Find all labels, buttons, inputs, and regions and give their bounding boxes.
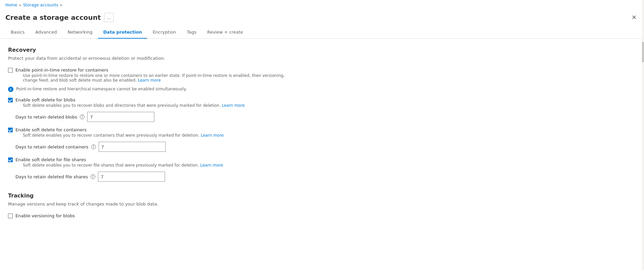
info-message-text: Point-in-time restore and hierarchical n… xyxy=(16,87,187,91)
soft-delete-file-shares-label: Enable soft delete for file shares xyxy=(15,157,223,162)
point-in-time-restore-label: Enable point-in-time restore for contain… xyxy=(15,68,294,73)
close-button[interactable]: ✕ xyxy=(629,13,639,22)
retain-blobs-input[interactable] xyxy=(87,112,154,122)
soft-delete-file-shares-desc: Soft delete enables you to recover file … xyxy=(23,163,223,168)
recovery-description: Protect your data from accidental or err… xyxy=(8,56,294,61)
tracking-section: Tracking Manage versions and keep track … xyxy=(8,192,294,218)
scroll-thumb[interactable] xyxy=(642,42,644,62)
retain-file-shares-row: Days to retain deleted file shares ? xyxy=(15,172,294,182)
breadcrumb-storage-accounts[interactable]: Storage accounts xyxy=(23,3,58,7)
soft-delete-containers-checkbox[interactable] xyxy=(8,128,13,132)
tab-encryption[interactable]: Encryption xyxy=(147,26,181,39)
retain-file-shares-help-icon[interactable]: ? xyxy=(91,174,95,179)
info-icon: i xyxy=(8,87,13,92)
enable-versioning-checkbox[interactable] xyxy=(8,214,13,218)
page-title: Create a storage account xyxy=(5,13,101,21)
breadcrumb-sep-2: > xyxy=(59,3,62,7)
soft-delete-blobs-learn-more[interactable]: Learn more xyxy=(222,103,245,108)
tab-data-protection[interactable]: Data protection xyxy=(98,26,147,39)
retain-blobs-row: Days to retain deleted blobs ? xyxy=(15,112,294,122)
tab-tags[interactable]: Tags xyxy=(181,26,202,39)
breadcrumb-home[interactable]: Home xyxy=(5,3,17,7)
enable-versioning-row: Enable versioning for blobs xyxy=(8,213,294,218)
scrollbar[interactable] xyxy=(642,0,644,270)
retain-containers-input[interactable] xyxy=(99,142,166,152)
tab-basics[interactable]: Basics xyxy=(5,26,30,39)
soft-delete-containers-label: Enable soft delete for containers xyxy=(15,127,224,132)
retain-containers-row: Days to retain deleted containers ? xyxy=(15,142,294,152)
tabs-bar: Basics Advanced Networking Data protecti… xyxy=(0,26,644,39)
retain-file-shares-input[interactable] xyxy=(98,172,165,182)
enable-versioning-label: Enable versioning for blobs xyxy=(15,213,75,218)
breadcrumb: Home > Storage accounts > xyxy=(0,0,644,10)
soft-delete-containers-learn-more[interactable]: Learn more xyxy=(201,133,224,138)
soft-delete-containers-desc: Soft delete enables you to recover conta… xyxy=(23,133,224,138)
retain-containers-label: Days to retain deleted containers xyxy=(15,144,89,149)
retain-file-shares-label: Days to retain deleted file shares xyxy=(15,174,88,179)
soft-delete-containers-section: Enable soft delete for containers Soft d… xyxy=(8,127,294,152)
point-in-time-restore-desc: Use point-in-time restore to restore one… xyxy=(23,73,294,83)
tab-advanced[interactable]: Advanced xyxy=(30,26,62,39)
ellipsis-button[interactable]: ... xyxy=(104,13,114,22)
page-title-row: Create a storage account ... xyxy=(5,13,114,22)
soft-delete-containers-row: Enable soft delete for containers Soft d… xyxy=(8,127,294,138)
soft-delete-blobs-checkbox[interactable] xyxy=(8,98,13,102)
point-in-time-restore-checkbox[interactable] xyxy=(8,68,13,73)
breadcrumb-sep-1: > xyxy=(18,3,21,7)
tab-networking[interactable]: Networking xyxy=(62,26,98,39)
soft-delete-file-shares-row: Enable soft delete for file shares Soft … xyxy=(8,157,294,168)
tracking-title: Tracking xyxy=(8,192,294,199)
tab-review-create[interactable]: Review + create xyxy=(202,26,249,39)
soft-delete-file-shares-section: Enable soft delete for file shares Soft … xyxy=(8,157,294,182)
recovery-section: Recovery Protect your data from accident… xyxy=(8,47,294,182)
page-header: Create a storage account ... ✕ xyxy=(0,10,644,26)
main-content: Recovery Protect your data from accident… xyxy=(0,39,302,230)
soft-delete-blobs-desc: Soft delete enables you to recover blobs… xyxy=(23,103,245,108)
retain-blobs-help-icon[interactable]: ? xyxy=(80,115,85,119)
point-in-time-restore-row: Enable point-in-time restore for contain… xyxy=(8,68,294,83)
soft-delete-blobs-row: Enable soft delete for blobs Soft delete… xyxy=(8,97,294,108)
soft-delete-file-shares-learn-more[interactable]: Learn more xyxy=(200,163,223,168)
retain-containers-help-icon[interactable]: ? xyxy=(91,144,96,149)
retain-blobs-label: Days to retain deleted blobs xyxy=(15,115,77,120)
info-message-row: i Point-in-time restore and hierarchical… xyxy=(8,87,294,92)
point-in-time-learn-more[interactable]: Learn more xyxy=(138,78,161,83)
recovery-title: Recovery xyxy=(8,47,294,53)
soft-delete-blobs-section: Enable soft delete for blobs Soft delete… xyxy=(8,97,294,122)
soft-delete-file-shares-checkbox[interactable] xyxy=(8,158,13,162)
soft-delete-blobs-label: Enable soft delete for blobs xyxy=(15,97,245,102)
tracking-description: Manage versions and keep track of change… xyxy=(8,201,294,207)
